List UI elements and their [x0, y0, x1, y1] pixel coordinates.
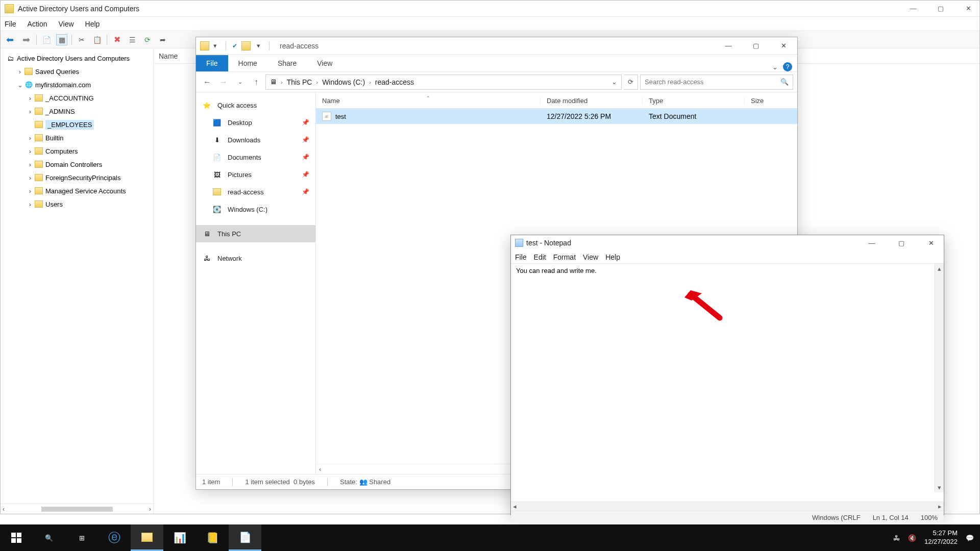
- properties-button[interactable]: ☰: [127, 34, 138, 45]
- ribbon-tab-share[interactable]: Share: [267, 55, 307, 71]
- breadcrumb-item[interactable]: read-access: [375, 78, 414, 86]
- ribbon-tab-view[interactable]: View: [307, 55, 342, 71]
- tree-expander-icon[interactable]: ›: [26, 187, 34, 195]
- menu-help[interactable]: Help: [605, 253, 620, 261]
- taskbar-app-server-manager[interactable]: 📊: [163, 524, 196, 551]
- taskbar-app-sticky-notes[interactable]: 📒: [196, 524, 229, 551]
- tree-item[interactable]: ›Saved Queries: [1, 65, 153, 78]
- help-icon[interactable]: ?: [783, 62, 792, 71]
- tree-item[interactable]: ›Managed Service Accounts: [1, 184, 153, 197]
- refresh-button[interactable]: ⟳: [142, 34, 153, 45]
- search-box[interactable]: Search read-access 🔍: [640, 74, 793, 90]
- menu-action[interactable]: Action: [28, 20, 47, 28]
- notepad-text-area[interactable]: You can read and write me.: [511, 264, 944, 502]
- column-header-size[interactable]: Size: [745, 96, 791, 105]
- tree-item[interactable]: ⌄🌐myfirstdomain.com: [1, 78, 153, 91]
- tree-expander-icon[interactable]: ›: [26, 108, 34, 115]
- quick-access-dropdown-icon[interactable]: ▾: [213, 42, 219, 49]
- ribbon-collapse-icon[interactable]: ⌄: [772, 63, 778, 71]
- maximize-button[interactable]: ▢: [893, 236, 910, 250]
- menu-view[interactable]: View: [583, 253, 598, 261]
- chevron-right-icon[interactable]: ›: [281, 79, 283, 85]
- nav-item[interactable]: 🖥This PC: [196, 225, 315, 242]
- export-button[interactable]: ➦: [157, 34, 168, 45]
- chevron-down-icon[interactable]: ▾: [257, 42, 263, 49]
- close-button[interactable]: ✕: [922, 236, 940, 250]
- maximize-button[interactable]: ▢: [742, 37, 770, 55]
- scroll-down-icon[interactable]: ▾: [938, 484, 941, 491]
- tree-expander-icon[interactable]: ›: [16, 68, 24, 76]
- tree-item[interactable]: ›_ADMINS: [1, 105, 153, 118]
- scroll-right-icon[interactable]: ▸: [938, 503, 942, 510]
- up-button[interactable]: 📄: [41, 34, 52, 45]
- nav-item[interactable]: 🖼Pictures📌: [196, 166, 315, 183]
- explorer-nav-pane[interactable]: ⭐Quick access🟦Desktop📌⬇Downloads📌📄Docume…: [196, 92, 316, 474]
- back-button[interactable]: ←: [200, 75, 214, 89]
- tree-expander-icon[interactable]: ›: [26, 174, 34, 182]
- search-icon[interactable]: 🔍: [780, 78, 789, 86]
- ribbon-tab-home[interactable]: Home: [228, 55, 267, 71]
- close-button[interactable]: ✕: [770, 37, 797, 55]
- close-button[interactable]: ✕: [963, 4, 973, 14]
- nav-item[interactable]: 📄Documents📌: [196, 148, 315, 166]
- tree-item[interactable]: ›Domain Controllers: [1, 158, 153, 171]
- tree-expander-icon[interactable]: ›: [26, 147, 34, 155]
- tree-expander-icon[interactable]: ›: [26, 134, 34, 142]
- show-hide-button[interactable]: ▦: [56, 34, 67, 45]
- breadcrumb-item[interactable]: Windows (C:): [322, 78, 365, 86]
- tree-expander-icon[interactable]: ›: [26, 94, 34, 102]
- tray-volume-icon[interactable]: 🔇: [908, 534, 916, 542]
- tree-item[interactable]: ›_ACCOUNTING: [1, 91, 153, 105]
- nav-item[interactable]: 💽Windows (C:): [196, 201, 315, 218]
- scroll-up-icon[interactable]: ▴: [938, 265, 941, 272]
- minimize-button[interactable]: —: [908, 4, 918, 14]
- taskbar-app-explorer[interactable]: [131, 524, 163, 551]
- menu-help[interactable]: Help: [85, 20, 100, 28]
- nav-item[interactable]: ⬇Downloads📌: [196, 131, 315, 148]
- scroll-left-icon[interactable]: ‹: [3, 505, 5, 513]
- menu-format[interactable]: Format: [553, 253, 576, 261]
- maximize-button[interactable]: ▢: [936, 4, 946, 14]
- forward-button[interactable]: ➡: [20, 34, 32, 45]
- tree-expander-icon[interactable]: ›: [26, 201, 34, 208]
- up-button[interactable]: ↑: [249, 75, 263, 89]
- breadcrumb-dropdown-icon[interactable]: ⌄: [611, 78, 617, 86]
- chevron-right-icon[interactable]: ›: [316, 79, 318, 85]
- tree-root[interactable]: 🗂Active Directory Users and Computers: [1, 52, 153, 65]
- menu-file[interactable]: File: [5, 20, 16, 28]
- nav-item[interactable]: 🖧Network: [196, 249, 315, 267]
- back-button[interactable]: ⬅: [4, 34, 16, 45]
- copy-button[interactable]: 📋: [91, 34, 103, 45]
- column-header-name[interactable]: ⌃ Name: [316, 96, 541, 105]
- taskbar-clock[interactable]: 5:27 PM 12/27/2022: [924, 529, 958, 546]
- tree-expander-icon[interactable]: ›: [26, 161, 34, 168]
- tree-item[interactable]: _EMPLOYEES: [1, 118, 153, 131]
- recent-locations-dropdown[interactable]: ⌄: [233, 75, 247, 89]
- notepad-vertical-scrollbar[interactable]: ▴ ▾: [935, 264, 944, 492]
- scroll-left-icon[interactable]: ‹: [319, 465, 321, 473]
- start-button[interactable]: [0, 524, 33, 551]
- tree-expander-icon[interactable]: ⌄: [16, 81, 24, 89]
- notifications-button[interactable]: 💬: [966, 534, 974, 542]
- task-view-button[interactable]: ⊞: [65, 524, 98, 551]
- column-name[interactable]: Name: [159, 52, 178, 60]
- cut-button[interactable]: ✂: [76, 34, 87, 45]
- menu-file[interactable]: File: [515, 253, 527, 261]
- breadcrumb-item[interactable]: This PC: [287, 78, 312, 86]
- minimize-button[interactable]: —: [715, 37, 742, 55]
- forward-button[interactable]: →: [216, 75, 231, 89]
- nav-item[interactable]: ⭐Quick access: [196, 96, 315, 114]
- breadcrumb-bar[interactable]: 🖥 › This PC › Windows (C:) › read-access…: [265, 74, 622, 90]
- refresh-button[interactable]: ⟳: [624, 74, 638, 90]
- nav-item[interactable]: 🟦Desktop📌: [196, 114, 315, 131]
- delete-button[interactable]: ✖: [111, 34, 122, 45]
- scroll-left-icon[interactable]: ◂: [513, 503, 517, 510]
- tree-item[interactable]: ›ForeignSecurityPrincipals: [1, 171, 153, 184]
- column-header-date[interactable]: Date modified: [541, 96, 643, 105]
- chevron-right-icon[interactable]: ›: [369, 79, 371, 85]
- aduc-tree[interactable]: 🗂Active Directory Users and Computers›Sa…: [1, 48, 153, 504]
- notepad-horizontal-scrollbar[interactable]: ◂ ▸: [511, 502, 944, 511]
- taskbar-app-ie[interactable]: ⓔ: [98, 524, 131, 551]
- tree-horizontal-scrollbar[interactable]: ‹ ›: [1, 504, 153, 514]
- tree-item[interactable]: ›Builtin: [1, 131, 153, 144]
